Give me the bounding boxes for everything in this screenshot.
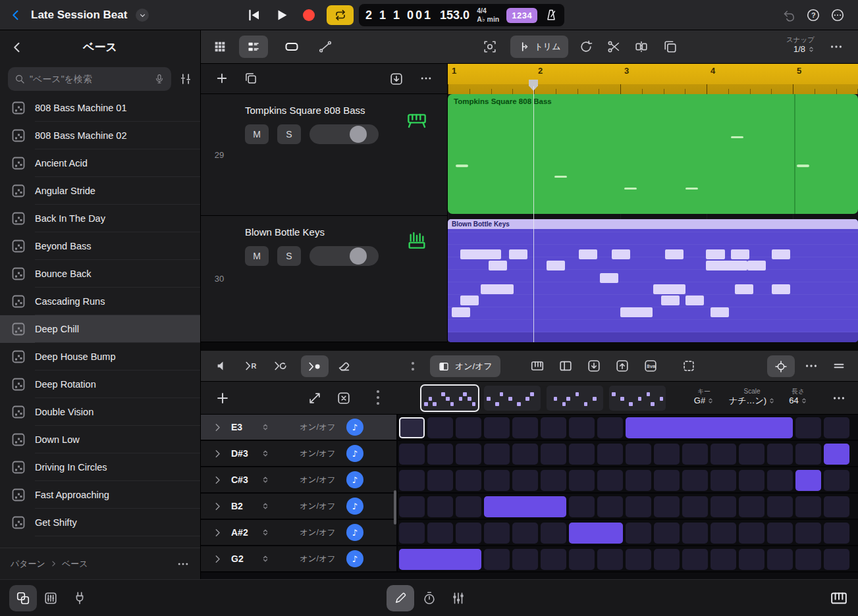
sidebar-pattern-item[interactable]: Double Vision (0, 398, 200, 426)
split-button[interactable] (606, 39, 621, 54)
step-cell[interactable] (795, 496, 821, 517)
pattern-mode-button[interactable] (301, 355, 329, 377)
record-button[interactable] (303, 9, 315, 21)
step-cell[interactable] (512, 417, 538, 438)
back-icon[interactable] (9, 9, 22, 22)
step-cell[interactable] (399, 444, 425, 465)
step-cell[interactable] (541, 549, 566, 570)
step-cell[interactable] (569, 549, 595, 570)
pattern-thumbnail[interactable] (547, 386, 603, 411)
step-cell[interactable] (569, 496, 595, 517)
metronome-button[interactable] (545, 9, 558, 22)
sidebar-pattern-item[interactable]: Deep Chill (0, 315, 200, 343)
step-cell[interactable] (512, 470, 538, 491)
track-header-2[interactable]: 30 Blown Bottle Keys M S (201, 216, 447, 342)
key-control[interactable]: キー G# (689, 387, 718, 407)
length-control[interactable]: 長さ 64 (783, 387, 813, 407)
help-button[interactable]: ? (806, 8, 820, 22)
step-cell[interactable] (711, 523, 736, 544)
browser-back-icon[interactable] (11, 41, 24, 54)
undo-button[interactable] (783, 9, 796, 22)
mute-button[interactable]: M (245, 246, 269, 266)
browser-toggle-button[interactable] (9, 585, 37, 611)
duplicate-track-button[interactable] (244, 72, 257, 85)
panel-view-button[interactable] (558, 359, 573, 373)
step-cell[interactable] (767, 549, 793, 570)
step-target-button[interactable] (767, 355, 795, 377)
active-step-bar[interactable] (824, 444, 849, 465)
step-cell[interactable] (456, 417, 481, 438)
filter-icon[interactable] (179, 72, 192, 86)
pattern-thumbnail[interactable] (609, 386, 666, 411)
sidebar-pattern-item[interactable]: Get Shifty (0, 509, 200, 536)
active-step-bar[interactable] (626, 417, 793, 438)
track-name[interactable]: Tompkins Square 808 Bass (245, 105, 379, 116)
disclosure-chevron-icon[interactable] (213, 528, 223, 538)
step-cell[interactable] (626, 496, 651, 517)
step-cell[interactable] (795, 417, 821, 438)
step-cell[interactable] (597, 549, 623, 570)
stepper-icon[interactable] (261, 476, 269, 484)
sidebar-pattern-item[interactable]: Driving In Circles (0, 453, 200, 481)
step-cell[interactable] (484, 470, 510, 491)
note-icon[interactable]: ♪ (346, 550, 363, 567)
step-cell[interactable] (654, 496, 680, 517)
active-step-bar[interactable] (399, 549, 481, 570)
editor-more-button[interactable] (804, 359, 818, 373)
playhead[interactable] (528, 80, 539, 342)
disclosure-chevron-icon[interactable] (213, 501, 223, 511)
sidebar-pattern-item[interactable]: Bounce Back (0, 260, 200, 288)
overflow-dots[interactable] (377, 390, 379, 393)
scale-pattern-button[interactable] (308, 391, 322, 405)
sidebar-pattern-item[interactable]: Back In The Day (0, 205, 200, 232)
bar-ruler[interactable]: 12345 (448, 64, 858, 94)
step-cell[interactable] (512, 444, 538, 465)
octave-up-button[interactable] (615, 359, 630, 373)
step-cell[interactable] (427, 496, 453, 517)
step-cell[interactable] (654, 523, 680, 544)
drag-handle-dots[interactable] (412, 362, 414, 365)
step-cell[interactable] (682, 470, 708, 491)
step-cell[interactable] (795, 523, 821, 544)
sidebar-pattern-item[interactable]: Beyond Bass (0, 232, 200, 260)
loop-button[interactable] (579, 39, 593, 54)
step-cell[interactable] (739, 444, 764, 465)
stepper-icon[interactable] (261, 555, 269, 563)
step-cell[interactable] (626, 523, 651, 544)
step-cell[interactable] (711, 496, 736, 517)
step-cell[interactable] (512, 549, 538, 570)
onscreen-keyboard-button[interactable] (830, 590, 847, 607)
sidebar-pattern-item[interactable]: Deep Rotation (0, 371, 200, 398)
trim-button[interactable]: トリム (510, 36, 568, 58)
step-cell[interactable] (767, 496, 793, 517)
region-blown-bottle[interactable]: Blown Bottle Keys (448, 219, 858, 342)
scale-control[interactable]: Scale ナチ…ン) (726, 387, 778, 407)
step-cell[interactable] (541, 444, 566, 465)
count-in-button[interactable]: 1234 (506, 8, 537, 23)
disclosure-chevron-icon[interactable] (213, 449, 223, 459)
sidebar-pattern-item[interactable]: 808 Bass Machine 01 (0, 94, 200, 122)
step-row-header[interactable]: G2オン/オフ♪ (201, 546, 398, 571)
step-cell[interactable] (399, 417, 425, 438)
step-cell[interactable] (597, 470, 623, 491)
step-cell[interactable] (767, 444, 793, 465)
record-mode-button[interactable]: R (244, 359, 259, 373)
step-cell[interactable] (427, 417, 453, 438)
step-row-header[interactable]: D#3オン/オフ♪ (201, 441, 398, 466)
step-cell[interactable] (795, 444, 821, 465)
play-button[interactable] (274, 7, 290, 23)
step-cell[interactable] (399, 523, 425, 544)
eraser-button[interactable] (336, 359, 351, 373)
pattern-thumbnail[interactable] (421, 386, 478, 411)
step-cell[interactable] (824, 496, 849, 517)
sidebar-pattern-item[interactable]: Deep House Bump (0, 343, 200, 371)
mixer-button[interactable] (43, 591, 58, 605)
step-cell[interactable] (739, 549, 764, 570)
preview-sound-button[interactable] (215, 359, 230, 373)
step-cell[interactable] (824, 523, 849, 544)
step-cell[interactable] (427, 523, 453, 544)
step-cell[interactable] (626, 549, 651, 570)
lcd-display[interactable]: 2 1 1 001 153.0 4/4 A♭ min 1234 (359, 4, 564, 26)
step-cell[interactable] (597, 496, 623, 517)
step-cell[interactable] (682, 444, 708, 465)
